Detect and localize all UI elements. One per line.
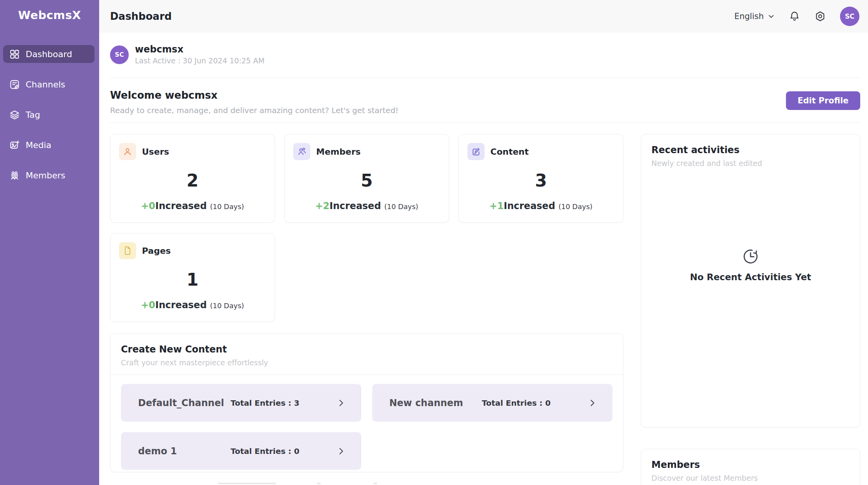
- stat-value: 5: [361, 171, 373, 190]
- channels-grid: Default_Channel Total Entries : 3 New ch…: [110, 375, 623, 479]
- sidebar-item-label: Media: [26, 140, 51, 150]
- members-group-icon: [9, 170, 20, 181]
- create-content-card: Create New Content Craft your next maste…: [110, 333, 623, 472]
- stat-card-header: Users: [119, 143, 266, 160]
- language-label: English: [734, 12, 764, 21]
- dashboard-icon: [9, 49, 20, 59]
- user-icon: [119, 143, 136, 160]
- language-selector[interactable]: English: [734, 12, 775, 21]
- stat-delta-amount: +0: [141, 201, 155, 211]
- stat-label: Users: [142, 147, 169, 157]
- recent-activities-empty-state: No Recent Activities Yet: [651, 247, 850, 282]
- stat-delta-text: Increased: [155, 300, 206, 311]
- stat-delta-amount: +1: [489, 201, 504, 211]
- profile-row: SC webcmsx Last Active : 30 Jun 2024 10:…: [110, 44, 264, 65]
- history-clock-icon: [741, 247, 760, 266]
- channel-card-default-channel[interactable]: Default_Channel Total Entries : 3: [121, 384, 361, 422]
- channel-name: demo 1: [138, 446, 231, 457]
- stat-delta-period: (10 Days): [384, 202, 418, 211]
- stat-label: Pages: [142, 246, 171, 256]
- chevron-right-icon: [336, 447, 346, 456]
- profile-username: webcmsx: [135, 44, 264, 54]
- channel-card-demo-1[interactable]: demo 1 Total Entries : 0: [121, 432, 361, 470]
- channel-total-entries: Total Entries : 3: [231, 398, 299, 408]
- stat-delta-period: (10 Days): [210, 302, 244, 310]
- chevron-right-icon: [588, 398, 597, 408]
- settings-icon[interactable]: [814, 10, 826, 22]
- page-file-icon: [119, 242, 136, 259]
- stat-label: Members: [316, 147, 360, 157]
- stat-delta: +2Increased (10 Days): [293, 201, 440, 214]
- divider: [110, 78, 860, 78]
- welcome-subtitle: Ready to create, manage, and deliver ama…: [110, 106, 399, 115]
- sidebar-item-label: Tag: [26, 110, 40, 120]
- main-content: SC webcmsx Last Active : 30 Jun 2024 10:…: [99, 33, 868, 485]
- stat-delta-amount: +0: [141, 300, 155, 311]
- profile-last-active: Last Active : 30 Jun 2024 10:25 AM: [135, 56, 264, 65]
- recent-activities-title: Recent activities: [651, 145, 850, 155]
- members-panel-subtitle: Discover our latest Members: [651, 474, 850, 482]
- welcome-section: Welcome webcmsx Ready to create, manage,…: [110, 89, 399, 115]
- cutoff-content-marks: [218, 483, 377, 484]
- stat-card-members: Members 5 +2Increased (10 Days): [284, 134, 449, 223]
- create-content-title: Create New Content: [121, 344, 612, 355]
- channel-name: Default_Channel: [138, 398, 231, 408]
- create-content-subtitle: Craft your next masterpiece effortlessly: [121, 358, 612, 367]
- stat-delta: +0Increased (10 Days): [119, 201, 266, 214]
- notifications-bell-icon[interactable]: [789, 10, 800, 22]
- stat-card-header: Members: [293, 143, 440, 160]
- sidebar-item-dashboard[interactable]: Dashboard: [3, 45, 94, 63]
- sidebar-nav: Dashboard Channels Tag: [0, 45, 99, 184]
- stat-card-header: Pages: [119, 242, 266, 259]
- chevron-down-icon: [768, 13, 775, 20]
- avatar-initials: SC: [115, 51, 124, 58]
- sidebar-item-label: Members: [26, 171, 65, 180]
- webcmsx-dashboard: WebcmsX Dashboard: [0, 0, 868, 485]
- topbar: Dashboard English: [99, 0, 868, 33]
- sidebar-item-media[interactable]: Media: [3, 136, 94, 154]
- app-logo-text: WebcmsX: [18, 9, 81, 22]
- sidebar-item-channels[interactable]: Channels: [3, 75, 94, 93]
- stat-label: Content: [490, 147, 529, 157]
- edit-profile-button[interactable]: Edit Profile: [786, 91, 860, 110]
- sidebar: WebcmsX Dashboard: [0, 0, 99, 485]
- stat-delta-text: Increased: [504, 201, 555, 211]
- stat-delta-text: Increased: [155, 201, 206, 211]
- page-title: Dashboard: [110, 10, 172, 22]
- sidebar-item-members[interactable]: Members: [3, 166, 94, 184]
- members-icon: [293, 143, 310, 160]
- stat-delta: +0Increased (10 Days): [119, 300, 266, 313]
- stat-delta: +1Increased (10 Days): [467, 201, 614, 214]
- user-avatar[interactable]: SC: [840, 7, 859, 26]
- members-panel-title: Members: [651, 459, 850, 470]
- profile-avatar[interactable]: SC: [110, 45, 129, 64]
- members-panel: Members Discover our latest Members: [641, 449, 860, 485]
- stat-delta-period: (10 Days): [210, 202, 244, 211]
- stat-delta-amount: +2: [315, 201, 329, 211]
- profile-info: webcmsx Last Active : 30 Jun 2024 10:25 …: [135, 44, 264, 65]
- stat-delta-text: Increased: [329, 201, 381, 211]
- welcome-title: Welcome webcmsx: [110, 89, 399, 101]
- stat-value: 3: [535, 171, 547, 190]
- sidebar-item-label: Dashboard: [26, 49, 72, 59]
- media-image-icon: [9, 140, 20, 150]
- divider: [110, 122, 860, 123]
- sidebar-item-tag[interactable]: Tag: [3, 106, 94, 124]
- content-edit-icon: [467, 143, 485, 160]
- app-logo[interactable]: WebcmsX: [0, 0, 99, 22]
- topbar-actions: English SC: [734, 7, 859, 26]
- tag-layers-icon: [9, 110, 20, 120]
- channel-card-new-channem[interactable]: New channem Total Entries : 0: [372, 384, 612, 422]
- stat-card-users: Users 2 +0Increased (10 Days): [110, 134, 275, 223]
- stat-value: 1: [187, 270, 199, 290]
- recent-activities-empty-text: No Recent Activities Yet: [690, 272, 811, 282]
- recent-activities-subtitle: Newly created and last edited: [651, 159, 850, 167]
- channel-name: New channem: [389, 398, 482, 408]
- chevron-right-icon: [336, 398, 346, 408]
- stat-delta-period: (10 Days): [558, 202, 593, 211]
- create-content-header: Create New Content Craft your next maste…: [110, 334, 623, 375]
- channel-total-entries: Total Entries : 0: [231, 447, 299, 456]
- stat-card-header: Content: [467, 143, 614, 160]
- avatar-initials: SC: [845, 12, 855, 20]
- stat-card-content: Content 3 +1Increased (10 Days): [458, 134, 623, 223]
